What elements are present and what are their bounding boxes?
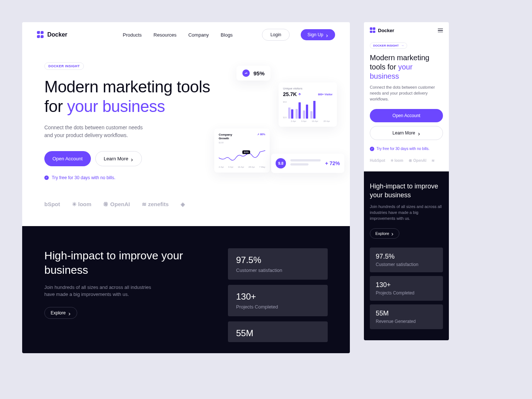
line-chart: $281 — [219, 147, 265, 164]
hero-title: Modern marketing tools for your business — [44, 77, 214, 116]
partner-logo: ✳ loom — [72, 201, 92, 208]
chevron-right-icon — [130, 157, 133, 160]
partner-logos: HubSpot ✳loom ֍OpenAI ≋ — [370, 158, 443, 163]
learn-more-button[interactable]: Learn More — [370, 126, 443, 140]
hamburger-icon[interactable] — [438, 28, 443, 33]
partner-logo: ֍OpenAI — [409, 158, 427, 163]
score-value: 9.8 — [276, 158, 286, 168]
stat-cards: 97.5% Customer satisfaction 130+ Project… — [228, 248, 328, 342]
mobile-viewport: Docker DOCKER INSIGHT → Modern marketing… — [364, 22, 449, 340]
brand-name: Docker — [47, 31, 67, 38]
visitors-side: 860+ Visitor — [318, 93, 332, 96]
dark-subtitle: Join hundreds of all sizes and across al… — [370, 204, 443, 222]
open-account-button[interactable]: Open Account — [370, 109, 443, 122]
stat-card: 97.5% Customer satisfaction — [370, 248, 443, 272]
partner-logo: ֍ OpenAI — [103, 201, 130, 207]
open-account-button[interactable]: Open Account — [44, 151, 91, 166]
stat-card: 130+ Projects Completed — [228, 285, 328, 316]
logo[interactable]: Docker — [37, 31, 67, 38]
card-cluster: 95% Unique visitors 25.7K 860+ Visitor $… — [214, 62, 350, 208]
arrow-right-icon: → — [401, 44, 404, 47]
partner-logo: ≋ zenefits — [142, 201, 169, 208]
logo-icon — [370, 27, 376, 33]
nav-resources[interactable]: Resources — [154, 32, 177, 38]
mobile-header: Docker — [364, 22, 449, 38]
stat-label: Customer satisfaction — [376, 262, 437, 267]
login-button[interactable]: Login — [262, 29, 290, 41]
nav-blogs[interactable]: Blogs — [221, 32, 233, 38]
bar-chart: $50 $20 — [283, 101, 332, 119]
percent-value: 95% — [253, 70, 265, 76]
logo[interactable]: Docker — [370, 27, 394, 33]
nav-company[interactable]: Company — [188, 32, 209, 38]
stat-value: 130+ — [376, 281, 437, 289]
chevron-right-icon — [391, 232, 394, 235]
hero-section: DOCKER INSIGHT Modern marketing tools fo… — [22, 47, 350, 226]
card-label: Unique visitors — [283, 87, 332, 90]
dark-title: High-impact to improve your business — [370, 182, 443, 200]
skeleton-lines — [290, 159, 321, 167]
stat-label: Projects Completed — [236, 304, 320, 310]
signup-button[interactable]: Sign Up — [301, 29, 335, 40]
main-nav: Products Resources Company Blogs — [123, 32, 233, 38]
chevron-right-icon — [325, 33, 328, 36]
chevron-right-icon — [68, 311, 71, 314]
chart-tooltip: $281 — [242, 150, 250, 154]
growth-card: Company Growth ↗ 80% $100 $281 2 Apr9 Ap… — [214, 129, 270, 173]
insight-pill: DOCKER INSIGHT — [44, 62, 84, 70]
score-card: 9.8 + 72% — [271, 154, 344, 173]
visitors-value: 25.7K — [283, 91, 301, 97]
hero-subtitle: Connect the dots between customer needs … — [370, 85, 443, 102]
stat-value: 97.5% — [376, 253, 437, 260]
partner-logo: ≋ — [432, 158, 434, 163]
trial-note: ✓ Try free for 30 days with no bills. — [44, 175, 214, 180]
stat-value: 55M — [376, 310, 437, 317]
learn-more-button[interactable]: Learn More — [95, 151, 142, 166]
stat-label: Projects Completed — [376, 290, 437, 296]
partner-logo: HubSpot — [370, 158, 385, 163]
stat-value: 97.5% — [236, 255, 320, 265]
stat-card: 130+ Projects Completed — [370, 276, 443, 301]
logo-icon — [37, 31, 44, 38]
stat-card: 55M Revenue Generated — [370, 304, 443, 329]
hero-title: Modern marketing tools for your business — [370, 53, 443, 81]
partner-logo: bSpot — [44, 201, 60, 207]
check-icon: ✓ — [370, 147, 374, 151]
partner-logo: ◈ — [181, 201, 185, 208]
stat-label: Customer satisfaction — [236, 267, 320, 273]
desktop-viewport: Docker Products Resources Company Blogs … — [22, 22, 350, 353]
stat-label: Revenue Generated — [376, 319, 437, 324]
mobile-dark-section: High-impact to improve your business Joi… — [364, 171, 449, 340]
growth-pct: ↗ 80% — [257, 133, 265, 140]
hero-subtitle: Connect the dots between customer needs … — [44, 124, 148, 139]
nav-products[interactable]: Products — [123, 32, 141, 38]
trial-note: ✓ Try free for 30 days with no bills. — [370, 147, 443, 151]
dark-subtitle: Join hundreds of all sizes and across al… — [44, 284, 159, 298]
dark-section: High-impact to improve your business Joi… — [22, 226, 350, 353]
percent-card: 95% — [236, 66, 270, 81]
dark-title: High-impact to improve your business — [44, 248, 206, 277]
insight-pill: DOCKER INSIGHT → — [370, 42, 407, 49]
partner-logo: ✳loom — [391, 158, 403, 163]
visitors-card: Unique visitors 25.7K 860+ Visitor $50 $… — [279, 82, 337, 127]
partner-logos: bSpot ✳ loom ֍ OpenAI ≋ zenefits ◈ — [44, 201, 214, 208]
brand-name: Docker — [378, 28, 394, 33]
check-icon: ✓ — [44, 175, 49, 180]
stat-card: 97.5% Customer satisfaction — [228, 248, 328, 280]
score-delta: + 72% — [325, 160, 340, 166]
stat-value: 55M — [236, 328, 320, 338]
chevron-right-icon — [417, 132, 420, 134]
explore-button[interactable]: Explore — [370, 228, 399, 239]
arrow-up-icon — [242, 69, 250, 77]
explore-button[interactable]: Explore — [44, 307, 77, 319]
stat-card: 55M — [228, 321, 328, 342]
header: Docker Products Resources Company Blogs … — [22, 22, 350, 47]
growth-title: Company Growth — [219, 133, 241, 140]
stat-value: 130+ — [236, 291, 320, 302]
mobile-hero: DOCKER INSIGHT → Modern marketing tools … — [364, 38, 449, 171]
